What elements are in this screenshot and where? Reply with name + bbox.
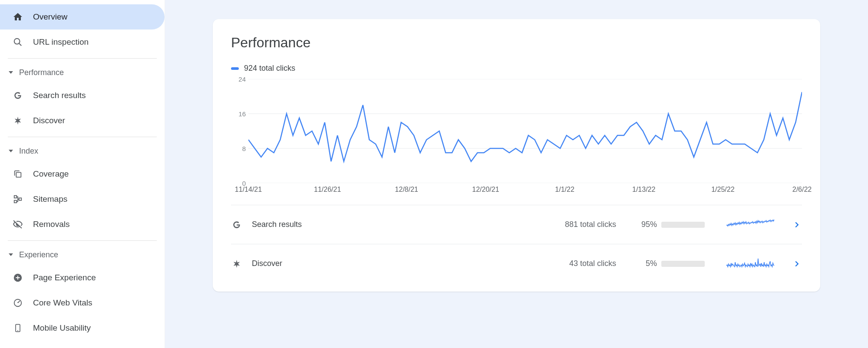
sidebar-sitemaps-label: Sitemaps — [33, 194, 67, 204]
svg-rect-3 — [14, 196, 17, 198]
sidebar-search-results-label: Search results — [33, 91, 86, 100]
chart-y-axis: 081624 — [231, 79, 248, 183]
sidebar-url-inspection-label: URL inspection — [33, 37, 89, 47]
sidebar-section-experience[interactable]: Experience — [0, 244, 165, 265]
caret-down-icon — [8, 253, 14, 256]
breakdown-rows: Search results 881 total clicks 95% Disc… — [231, 205, 802, 283]
sidebar-item-coverage[interactable]: Coverage — [0, 161, 165, 187]
legend-swatch-icon — [231, 67, 239, 70]
svg-point-0 — [14, 39, 20, 44]
copy-icon — [12, 168, 23, 180]
performance-card: Performance 924 total clicks 081624 11/1… — [213, 19, 820, 292]
svg-rect-5 — [19, 198, 22, 200]
x-tick-label: 1/1/22 — [555, 186, 574, 194]
sidebar-item-core-web-vitals[interactable]: Core Web Vitals — [0, 290, 165, 315]
sidebar-item-mobile-usability[interactable]: Mobile Usability — [0, 315, 165, 341]
row-percent: 95% — [634, 220, 657, 229]
sidebar-mobile-usability-label: Mobile Usability — [33, 323, 91, 333]
sidebar-item-page-experience[interactable]: Page Experience — [0, 265, 165, 290]
y-tick-label: 8 — [242, 144, 246, 152]
chevron-right-icon — [792, 259, 802, 269]
svg-rect-2 — [16, 172, 21, 177]
svg-rect-4 — [14, 200, 17, 203]
plus-circle-icon — [12, 272, 23, 283]
row-clicks: 881 total clicks — [565, 220, 616, 229]
sidebar-section-experience-label: Experience — [19, 250, 58, 259]
sidebar-item-removals[interactable]: Removals — [0, 212, 165, 237]
sidebar-item-url-inspection[interactable]: URL inspection — [0, 30, 165, 55]
sidebar-section-index-label: Index — [19, 147, 38, 156]
sidebar-overview-label: Overview — [33, 12, 67, 22]
x-tick-label: 12/8/21 — [395, 186, 418, 194]
performance-chart[interactable]: 081624 11/14/2111/26/2112/8/2112/20/211/… — [231, 79, 802, 200]
sidebar-item-sitemaps[interactable]: Sitemaps — [0, 187, 165, 212]
x-tick-label: 1/25/22 — [711, 186, 734, 194]
visibility-off-icon — [12, 219, 23, 230]
google-icon — [12, 90, 23, 101]
search-icon — [12, 36, 23, 48]
sidebar-item-discover[interactable]: Discover — [0, 108, 165, 133]
caret-down-icon — [8, 71, 14, 74]
asterisk-icon — [231, 258, 242, 269]
breakdown-row-discover[interactable]: Discover 43 total clicks 5% — [231, 244, 802, 283]
y-tick-label: 24 — [238, 76, 246, 83]
sitemap-icon — [12, 194, 23, 205]
main-content: Performance 924 total clicks 081624 11/1… — [165, 0, 868, 348]
card-title: Performance — [231, 35, 802, 51]
chart-area — [248, 79, 802, 183]
chevron-right-icon — [792, 220, 802, 230]
sidebar-section-performance[interactable]: Performance — [0, 62, 165, 83]
divider — [8, 240, 157, 241]
sidebar-item-search-results[interactable]: Search results — [0, 83, 165, 108]
sidebar: Overview URL inspection Performance Sear… — [0, 0, 165, 348]
x-tick-label: 11/26/21 — [314, 186, 341, 194]
divider — [8, 58, 157, 59]
sidebar-removals-label: Removals — [33, 220, 69, 229]
row-bar — [661, 261, 705, 267]
breakdown-row-search-results[interactable]: Search results 881 total clicks 95% — [231, 205, 802, 244]
sidebar-coverage-label: Coverage — [33, 169, 69, 179]
row-percent: 5% — [634, 259, 657, 268]
mobile-icon — [12, 322, 23, 334]
legend-label: 924 total clicks — [244, 64, 295, 73]
sidebar-section-index[interactable]: Index — [0, 141, 165, 161]
gauge-icon — [12, 297, 23, 309]
x-tick-label: 12/20/21 — [472, 186, 499, 194]
caret-down-icon — [8, 150, 14, 152]
row-sparkline — [726, 258, 774, 270]
google-icon — [231, 219, 242, 230]
x-tick-label: 1/13/22 — [632, 186, 655, 194]
x-tick-label: 2/6/22 — [792, 186, 812, 194]
row-clicks: 43 total clicks — [569, 259, 616, 268]
sidebar-cwv-label: Core Web Vitals — [33, 298, 92, 308]
sidebar-page-experience-label: Page Experience — [33, 273, 96, 282]
home-icon — [12, 11, 23, 23]
x-tick-label: 11/14/21 — [235, 186, 262, 194]
row-label: Search results — [252, 220, 302, 229]
row-label: Discover — [252, 259, 282, 268]
row-sparkline — [726, 219, 774, 231]
row-bar — [661, 222, 705, 228]
sidebar-discover-label: Discover — [33, 116, 65, 125]
y-tick-label: 16 — [238, 110, 246, 117]
chart-legend: 924 total clicks — [231, 64, 802, 73]
asterisk-icon — [12, 115, 23, 126]
divider — [8, 137, 157, 137]
sidebar-item-overview[interactable]: Overview — [0, 4, 165, 30]
chart-x-axis: 11/14/2111/26/2112/8/2112/20/211/1/221/1… — [248, 186, 802, 200]
sidebar-section-performance-label: Performance — [19, 68, 64, 77]
svg-line-1 — [19, 43, 21, 46]
